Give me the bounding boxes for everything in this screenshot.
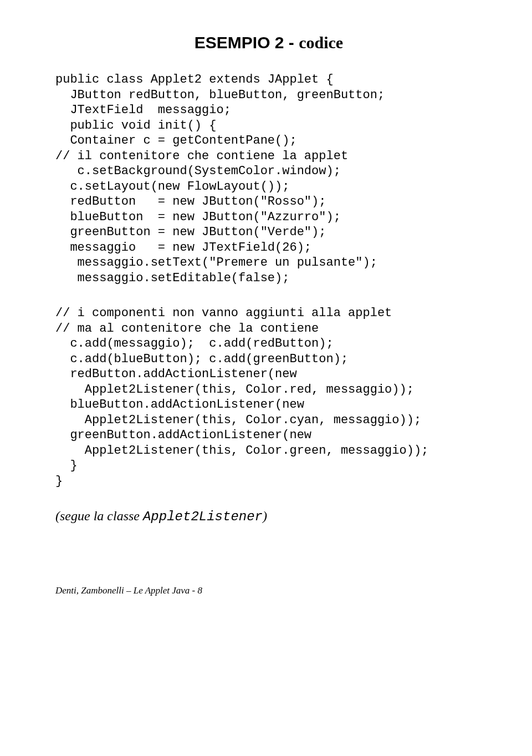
code-block-1: public class Applet2 extends JApplet { J… [55,72,482,286]
title-part2: codice [299,33,343,52]
footnote: (segue la classe Applet2Listener) [55,509,482,524]
title-separator: - [284,33,299,52]
document-page: ESEMPIO 2 - codice public class Applet2 … [0,0,532,630]
footnote-prefix: (segue la classe [55,509,143,523]
title-part1: ESEMPIO 2 [195,33,284,52]
page-footer: Denti, Zambonelli – Le Applet Java - 8 [55,585,482,596]
footnote-classname: Applet2Listener [143,509,263,524]
footnote-suffix: ) [263,509,267,523]
code-block-2: // i componenti non vanno aggiunti alla … [55,306,482,489]
page-title: ESEMPIO 2 - codice [55,33,482,52]
